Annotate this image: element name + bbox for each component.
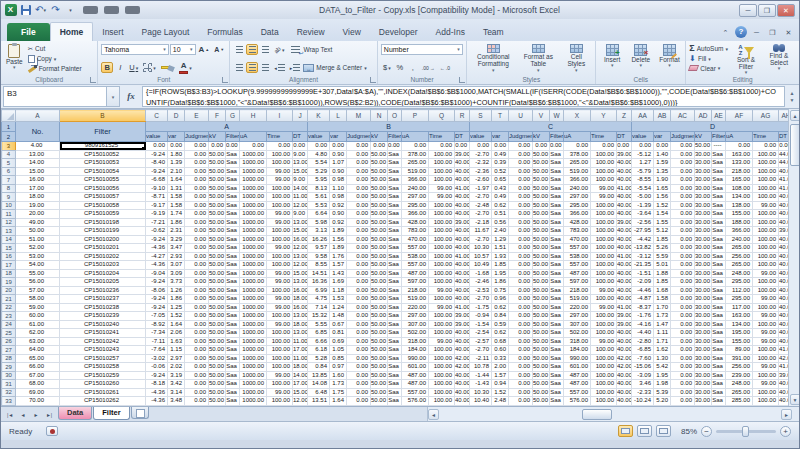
row-header-13[interactable]: 13 [2,227,16,236]
cell[interactable]: 40.00 [617,261,632,270]
cell[interactable]: 40.00 [455,193,470,202]
row-header-3[interactable]: 3 [2,142,16,151]
cell[interactable]: 99.00 [753,363,779,372]
cell[interactable]: Saa [550,244,564,253]
cell[interactable]: 1000.00 [240,346,267,355]
cell[interactable]: 3.29 [168,235,185,244]
cell[interactable]: 0.00 [671,295,695,304]
cell[interactable]: 40.00 [617,371,632,380]
cell[interactable]: -2.46 [470,278,492,287]
cell[interactable]: -9.10 [146,184,168,193]
cell[interactable]: -5.54 [632,184,654,193]
cell[interactable]: 0.00 [347,371,371,380]
column-header-X[interactable]: X [564,110,591,122]
cell-B18[interactable]: CP15010204 [60,269,146,278]
row-header-11[interactable]: 11 [2,210,16,219]
cell[interactable]: 256.00 [726,252,753,261]
cell[interactable]: 100.00 [267,201,293,210]
ribbon-tab-home[interactable]: Home [50,22,94,41]
cell[interactable]: 1000.00 [240,320,267,329]
cell-B12[interactable]: CP15010198 [60,218,146,227]
file-tab[interactable]: File [7,23,50,41]
cell[interactable]: 100.00 [267,227,293,236]
cell[interactable]: 18.00 [293,295,308,304]
font-size-combo[interactable]: 10▾ [170,44,196,55]
cell[interactable]: Saa [226,312,240,321]
cell[interactable]: Saa [712,346,726,355]
cell[interactable]: Saa [388,397,402,406]
cell[interactable]: 0.00 [185,193,209,202]
cell[interactable]: 1000.00 [240,244,267,253]
cell[interactable]: 0.00 [240,142,267,151]
cell[interactable]: 0.00 [671,235,695,244]
increase-indent-button[interactable]: ▸ [288,62,303,73]
cell[interactable]: 99.00 [753,201,779,210]
cell[interactable]: 16.00 [293,286,308,295]
cell[interactable]: Saa [712,329,726,338]
cell[interactable]: -5.79 [632,167,654,176]
cell-A11[interactable]: 20.00 [16,210,60,219]
cell[interactable]: Saa [550,227,564,236]
cell[interactable]: -8.06 [146,286,168,295]
row-header-2[interactable]: 2 [2,132,16,142]
cell[interactable]: Saa [388,201,402,210]
cell[interactable]: 40.00 [779,295,789,304]
number-format-combo[interactable]: Number▾ [381,44,463,55]
cell[interactable]: 50.00 [371,312,388,321]
cell[interactable]: 40.00 [455,235,470,244]
cell[interactable]: 0.00 [509,269,533,278]
cell[interactable]: 163.00 [726,312,753,321]
horizontal-scrollbar[interactable]: ◄ ► [427,407,799,421]
cell[interactable]: 18.00 [293,320,308,329]
cell[interactable]: 1.56 [654,193,671,202]
cell[interactable]: -4.16 [632,320,654,329]
cell[interactable]: -5.00 [632,193,654,202]
cell[interactable]: Saa [226,176,240,185]
cell[interactable]: 40.00 [455,329,470,338]
cell[interactable]: 0.00 [671,363,695,372]
cell[interactable]: 519.00 [402,167,429,176]
cell[interactable]: 0.00 [509,397,533,406]
cell[interactable]: 783.00 [402,227,429,236]
cell-B3-selected[interactable]: 9809161525 [60,142,146,151]
cell[interactable]: -1.54 [470,320,492,329]
cell[interactable]: 30.00 [695,210,712,219]
percent-style-button[interactable]: % [394,62,406,73]
cell[interactable]: -2.09 [632,278,654,287]
cell-A28[interactable]: 65.00 [16,354,60,363]
cell[interactable]: 50.00 [371,184,388,193]
cell[interactable]: 39.00 [779,371,789,380]
cell[interactable]: 155.00 [726,337,753,346]
column-header-N[interactable]: N [371,110,388,122]
cell-B23[interactable]: CP15010239 [60,312,146,321]
subheader-C-judgment[interactable]: Judgment [509,132,533,142]
column-header-Y[interactable]: Y [591,110,617,122]
cell[interactable]: Saa [712,218,726,227]
cell[interactable]: 0.67 [330,320,347,329]
cell[interactable]: Saa [226,252,240,261]
cell[interactable]: 40.00 [779,167,789,176]
cell[interactable]: 1000.00 [240,261,267,270]
cell[interactable]: 40.00 [617,244,632,253]
bottom-align-button[interactable] [259,44,271,55]
cell[interactable]: 30.00 [695,371,712,380]
cell[interactable]: 100.00 [267,380,293,389]
cell[interactable]: -9.24 [146,167,168,176]
cell[interactable]: 42.00 [617,363,632,372]
cell[interactable]: Saa [712,193,726,202]
column-header-T[interactable]: T [492,110,509,122]
cell[interactable]: Saa [226,278,240,287]
cell[interactable]: 89.00 [726,346,753,355]
align-center-button[interactable] [246,62,258,73]
cell[interactable]: 50.00 [371,210,388,219]
cell[interactable]: 100.00 [591,201,617,210]
cell[interactable]: 3.13 [308,227,330,236]
cell[interactable]: 0.00 [509,295,533,304]
cell[interactable]: -0.94 [470,312,492,321]
cell[interactable]: Saa [226,244,240,253]
cell[interactable]: 0.00 [308,142,330,151]
cell[interactable]: 1.86 [168,295,185,304]
cell[interactable]: 100.00 [753,167,779,176]
cell[interactable]: 42.00 [455,363,470,372]
cell[interactable]: 1000.00 [240,235,267,244]
